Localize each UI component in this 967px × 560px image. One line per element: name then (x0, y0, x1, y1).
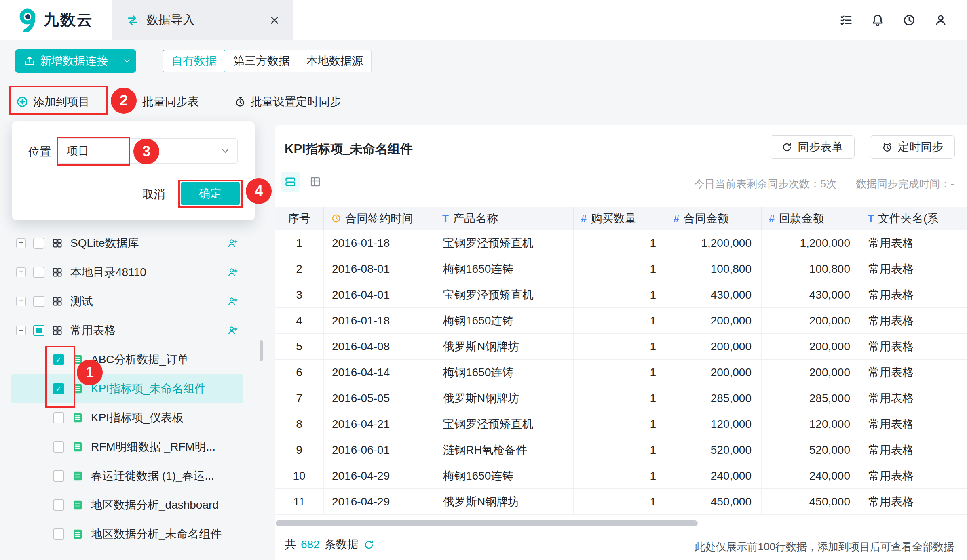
expander-icon[interactable]: + (16, 238, 26, 248)
tree-folder-row[interactable]: − 常用表格 (0, 316, 268, 345)
table-row[interactable]: 10 2016-04-29 梅钢1650连铸 1 240,000 240,000… (275, 463, 967, 489)
person-plus-icon[interactable] (227, 238, 239, 249)
table-cell: 1 (574, 360, 666, 385)
tab-local-data-source[interactable]: 本地数据源 (298, 50, 372, 72)
checkbox[interactable] (53, 354, 64, 365)
task-list-icon[interactable] (839, 13, 853, 27)
sync-form-button[interactable]: 同步表单 (770, 135, 855, 159)
checkbox[interactable] (53, 383, 64, 394)
sheet-icon (72, 470, 84, 482)
checkbox[interactable] (53, 499, 64, 511)
table-row[interactable]: 4 2016-01-18 梅钢1650连铸 1 200,000 200,000 … (275, 308, 967, 334)
cancel-button[interactable]: 取消 (133, 183, 174, 206)
refresh-count-icon[interactable] (363, 539, 374, 550)
tab-third-party-data[interactable]: 第三方数据 (225, 50, 298, 72)
page-title: KPI指标项_未命名组件 (285, 141, 413, 158)
tree-child-list: ABC分析数据_订单 KPI指标项_未命名组件 KPI指标项_仪表板 RFM (0, 345, 268, 549)
tree-scrollbar[interactable] (260, 340, 263, 361)
new-data-connection-button[interactable]: 新增数据连接 (15, 49, 136, 73)
tab-data-import[interactable]: 数据导入 (112, 0, 293, 40)
sync-quota-text: 今日当前表剩余同步次数：5次 (694, 177, 836, 191)
table-row[interactable]: 3 2016-04-01 宝钢罗泾预矫直机 1 430,000 430,000 … (275, 282, 967, 308)
column-header-product-name[interactable]: T 产品名称 (435, 207, 574, 230)
person-plus-icon[interactable] (227, 267, 239, 278)
tree-folder-row[interactable]: + 本地目录48110 (0, 258, 268, 287)
column-label: 合同金额 (683, 211, 728, 226)
horizontal-scrollbar[interactable] (276, 520, 698, 526)
checkbox[interactable] (33, 296, 44, 307)
table-cell: 2016-04-08 (324, 334, 435, 359)
user-profile-icon[interactable] (934, 13, 948, 27)
card-view-toggle[interactable] (281, 172, 300, 192)
logo-icon (17, 8, 38, 32)
number-type-icon: # (769, 212, 775, 225)
tree-folder-label: 测试 (70, 294, 220, 309)
checkbox[interactable] (33, 238, 44, 249)
tab-own-data[interactable]: 自有数据 (163, 50, 225, 72)
table-row[interactable]: 1 2016-01-18 宝钢罗泾预矫直机 1 1,200,000 1,200,… (275, 230, 967, 256)
sheet-icon (72, 412, 84, 424)
tree-child-row[interactable]: ABC分析数据_订单 (11, 345, 243, 374)
close-icon[interactable] (269, 15, 280, 25)
table-cell: 1 (574, 385, 666, 411)
logo-text: 九数云 (44, 10, 93, 30)
person-plus-icon[interactable] (227, 325, 239, 336)
checkbox[interactable] (33, 325, 44, 336)
tree-child-label: RFM明细数据 _RFM明... (91, 439, 215, 455)
tree-folder-row[interactable]: + 测试 (0, 287, 268, 316)
table-view-toggle[interactable] (306, 172, 325, 192)
app-logo[interactable]: 九数云 (0, 8, 112, 32)
tree-child-row[interactable]: KPI指标项_仪表板 (11, 403, 243, 432)
history-clock-icon[interactable] (902, 13, 916, 27)
checkbox[interactable] (53, 528, 64, 540)
table-row[interactable]: 9 2016-06-01 涟钢RH氧枪备件 1 520,000 520,000 … (275, 437, 967, 463)
table-row[interactable]: 11 2016-04-29 俄罗斯N钢牌坊 1 450,000 450,000 … (275, 489, 967, 515)
table-cell: 200,000 (666, 308, 762, 333)
table-row[interactable]: 2 2016-08-01 梅钢1650连铸 1 100,800 100,800 … (275, 256, 967, 282)
tree-folder-row[interactable]: + SQLite数据库 (0, 229, 268, 258)
tree-child-row[interactable]: 地区数据分析_dashboard (11, 491, 243, 520)
card-view-icon (285, 176, 296, 187)
column-header-folder-name[interactable]: T 文件夹名(系 (860, 207, 967, 230)
column-header-contract-amount[interactable]: # 合同金额 (666, 207, 762, 230)
column-header-sign-date[interactable]: 合同签约时间 (324, 207, 435, 230)
scheduled-sync-button[interactable]: 定时同步 (870, 135, 955, 159)
checkbox[interactable] (53, 470, 64, 482)
table-row[interactable]: 7 2016-05-05 俄罗斯N钢牌坊 1 285,000 285,000 常… (275, 385, 967, 411)
checkbox[interactable] (33, 267, 44, 278)
batch-sync-button[interactable]: 批量同步表 (142, 91, 199, 113)
add-to-project-button[interactable]: 添加到项目 (16, 91, 90, 113)
table-grid-icon (52, 238, 63, 249)
data-source-tabs: 自有数据 第三方数据 本地数据源 (163, 50, 372, 72)
table-cell: 俄罗斯N钢牌坊 (435, 334, 574, 359)
table-cell: 240,000 (762, 463, 860, 488)
tree-child-row[interactable]: 春运迁徙数据 (1)_春运... (11, 461, 243, 491)
table-cell: 1,200,000 (762, 230, 860, 256)
table-cell: 120,000 (762, 411, 860, 437)
column-label: 序号 (288, 211, 310, 226)
expander-icon[interactable]: + (16, 297, 26, 306)
person-plus-icon[interactable] (227, 296, 239, 307)
checkbox[interactable] (53, 412, 64, 423)
notifications-bell-icon[interactable] (871, 13, 885, 27)
column-header-payment-amount[interactable]: # 回款金额 (762, 207, 860, 230)
table-cell: 2016-04-01 (324, 282, 435, 307)
checkbox[interactable] (53, 441, 64, 453)
table-row[interactable]: 8 2016-04-21 宝钢罗泾预矫直机 1 120,000 120,000 … (275, 411, 967, 437)
refresh-icon (781, 142, 792, 153)
batch-schedule-button[interactable]: 批量设置定时同步 (234, 91, 341, 113)
expander-icon[interactable]: + (16, 267, 26, 277)
tree-child-row[interactable]: KPI指标项_未命名组件 (11, 374, 243, 403)
table-grid-icon (52, 296, 63, 307)
confirm-button[interactable]: 确定 (181, 182, 240, 205)
table-cell: 520,000 (762, 437, 860, 463)
tree-child-row[interactable]: RFM明细数据 _RFM明... (11, 432, 243, 461)
timer-icon (234, 96, 246, 107)
column-header-quantity[interactable]: # 购买数量 (574, 207, 666, 230)
connection-dropdown-button[interactable] (117, 49, 136, 73)
table-row[interactable]: 6 2016-04-14 梅钢1650连铸 1 200,000 200,000 … (275, 360, 967, 385)
table-row[interactable]: 5 2016-04-08 俄罗斯N钢牌坊 1 200,000 200,000 常… (275, 334, 967, 360)
column-header-index[interactable]: 序号 (275, 207, 324, 230)
expander-icon[interactable]: − (16, 326, 26, 335)
tree-child-row[interactable]: 地区数据分析_未命名组件 (11, 520, 243, 549)
